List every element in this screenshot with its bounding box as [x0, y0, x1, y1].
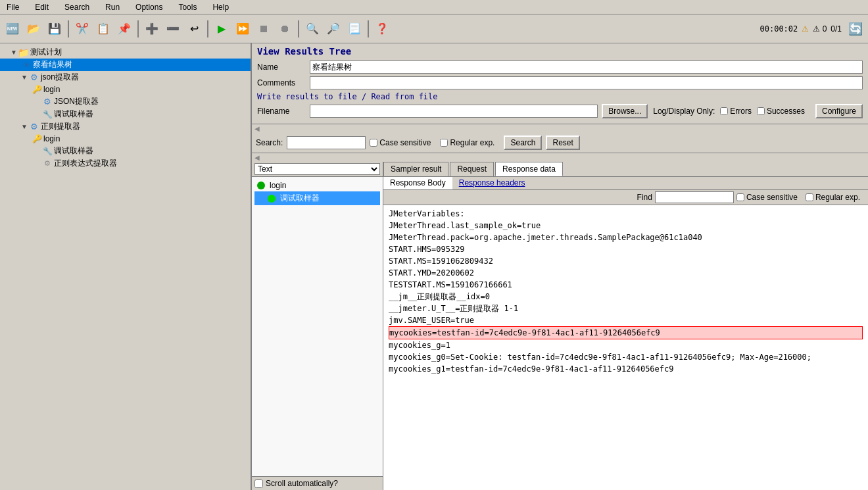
result-sampler-label: 调试取样器 — [280, 193, 320, 204]
shutdown-button[interactable]: ⏺ — [275, 19, 295, 39]
log-display-label: Log/Display Only: — [653, 107, 715, 116]
toolbar-right: 00:00:02 ⚠ ⚠ 0 0/1 🔄 — [760, 19, 866, 39]
find-input[interactable] — [655, 191, 734, 203]
divider-bottom: ◀ — [252, 153, 868, 162]
reset-button[interactable]: Reset — [546, 135, 579, 150]
run-button[interactable]: ▶ — [212, 19, 231, 39]
tab-sampler-result[interactable]: Sampler result — [383, 162, 448, 176]
status-icon-login — [257, 182, 265, 189]
menu-tools[interactable]: Tools — [174, 1, 201, 13]
find-regular-exp-checkbox[interactable] — [806, 193, 813, 201]
find-case-sensitive-label[interactable]: Case sensitive — [736, 193, 798, 202]
list-button[interactable]: 📃 — [345, 19, 364, 39]
menu-search[interactable]: Search — [60, 1, 93, 13]
comments-input[interactable] — [310, 76, 863, 89]
warning-icon: ⚠ — [802, 24, 809, 34]
clear-button[interactable]: ↩ — [184, 19, 204, 39]
configure-button[interactable]: Configure — [815, 104, 863, 118]
tree-result-tree[interactable]: 👁 察看结果树 — [0, 59, 251, 71]
regular-exp-checkbox[interactable] — [440, 139, 448, 147]
tree-login1[interactable]: 🔑 login — [0, 84, 251, 95]
text-dropdown[interactable]: Text — [254, 163, 380, 175]
search-input[interactable] — [287, 136, 366, 149]
response-line: mycookies_g0=Set-Cookie: testfan-id=7c4e… — [389, 351, 863, 363]
menu-edit[interactable]: Edit — [31, 1, 53, 13]
run-test-button[interactable]: ⏩ — [233, 19, 253, 39]
template-button[interactable]: 🔍 — [302, 19, 322, 39]
key-icon2: 🔑 — [32, 134, 42, 144]
name-row: Name — [257, 61, 863, 74]
help-button[interactable]: ❓ — [372, 19, 392, 39]
remove-button[interactable]: ➖ — [163, 19, 183, 39]
add-button[interactable]: ➕ — [142, 19, 162, 39]
stop-button[interactable]: ⏹ — [254, 19, 274, 39]
search-bar: Search: Case sensitive Regular exp. Sear… — [252, 133, 868, 153]
subtab-response-body[interactable]: Response Body — [383, 177, 452, 189]
search2-button[interactable]: 🔎 — [324, 19, 343, 39]
browse-button[interactable]: Browse... — [602, 104, 648, 118]
find-regular-exp-text: Regular exp. — [815, 193, 860, 202]
menu-run[interactable]: Run — [101, 1, 124, 13]
tree-login2-label: login — [43, 134, 60, 143]
response-line: mycookies_g=1 — [389, 339, 863, 351]
copy-button[interactable]: 📋 — [93, 19, 113, 39]
successes-checkbox[interactable] — [757, 107, 765, 115]
tree-sampler1-label: 调试取样器 — [54, 109, 93, 120]
find-regular-exp-label[interactable]: Regular exp. — [806, 193, 860, 202]
tree-login2[interactable]: 🔑 login — [0, 133, 251, 145]
key-icon1: 🔑 — [32, 84, 42, 95]
new-button[interactable]: 🆕 — [3, 19, 22, 39]
tree-regex-sub[interactable]: ⚙ 正则表达式提取器 — [0, 157, 251, 170]
response-line: jmv.SAME_USER=true — [389, 314, 863, 326]
refresh-button[interactable]: 🔄 — [846, 19, 865, 39]
tab-request[interactable]: Request — [450, 162, 494, 176]
save-button[interactable]: 💾 — [45, 19, 64, 39]
scroll-auto-bar: Scroll automatically? — [252, 476, 383, 490]
search-button[interactable]: Search — [504, 135, 542, 150]
gear-icon: ⚙ — [29, 72, 39, 83]
wrench-icon1: 🔧 — [42, 109, 53, 120]
tree-sampler2[interactable]: 🔧 调试取样器 — [0, 145, 251, 157]
tree-regex-ext[interactable]: ▼ ⚙ 正则提取器 — [0, 120, 251, 133]
response-line: __jm__正则提取器__idx=0 — [389, 291, 863, 303]
tree-json-sub[interactable]: ⚙ JSON提取器 — [0, 95, 251, 108]
panel-title: View Results Tree — [257, 46, 863, 57]
tree-sampler1[interactable]: 🔧 调试取样器 — [0, 108, 251, 120]
successes-checkbox-label[interactable]: Successes — [757, 107, 805, 116]
result-sampler[interactable]: 调试取样器 — [254, 191, 380, 205]
find-case-sensitive-checkbox[interactable] — [736, 193, 744, 201]
toolbar-sep4 — [298, 20, 299, 37]
errors-checkbox[interactable] — [720, 107, 728, 115]
regular-exp-label[interactable]: Regular exp. — [440, 138, 494, 147]
comments-label: Comments — [257, 78, 310, 87]
tree-result-tree-label: 察看结果树 — [33, 59, 72, 70]
toolbar-sep5 — [368, 20, 369, 37]
warning-count: ⚠ 0 — [813, 24, 827, 34]
status-icon-sampler — [268, 195, 276, 203]
open-button[interactable]: 📂 — [24, 19, 43, 39]
menu-options[interactable]: Options — [132, 1, 166, 13]
tree-json-extractor[interactable]: ▼ ⚙ json提取器 — [0, 71, 251, 84]
result-login[interactable]: login — [254, 180, 380, 191]
right-panel: View Results Tree Name Comments Write re… — [252, 43, 868, 490]
tab-response-data[interactable]: Response data — [495, 162, 563, 176]
wrench-icon2: 🔧 — [42, 146, 53, 157]
errors-checkbox-label[interactable]: Errors — [720, 107, 752, 116]
menubar: File Edit Search Run Options Tools Help — [0, 0, 868, 14]
case-sensitive-label[interactable]: Case sensitive — [370, 138, 431, 147]
menu-file[interactable]: File — [3, 1, 23, 13]
tree-root[interactable]: ▼ 📁 测试计划 — [0, 46, 251, 59]
cut-button[interactable]: ✂️ — [72, 19, 92, 39]
menu-help[interactable]: Help — [208, 1, 233, 13]
detail-panel: Sampler result Request Response data Res… — [383, 162, 868, 490]
subtab-response-headers[interactable]: Response headers — [452, 177, 532, 189]
paste-button[interactable]: 📌 — [114, 19, 134, 39]
expand-icon3: ▼ — [21, 123, 28, 130]
filename-input[interactable] — [310, 105, 598, 118]
name-input[interactable] — [310, 61, 863, 74]
tree-root-label: 测试计划 — [30, 47, 62, 58]
scroll-auto-checkbox[interactable] — [254, 479, 263, 488]
response-line: TESTSTART.MS=1591067166661 — [389, 279, 863, 291]
case-sensitive-checkbox[interactable] — [370, 139, 377, 147]
left-panel: ▼ 📁 测试计划 👁 察看结果树 ▼ ⚙ json提取器 🔑 login ⚙ J… — [0, 43, 252, 490]
